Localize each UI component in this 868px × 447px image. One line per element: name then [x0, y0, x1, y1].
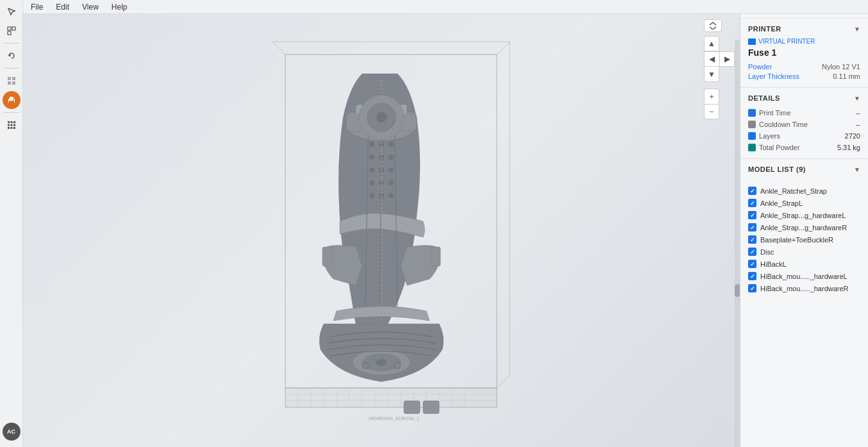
model-checkbox[interactable]	[748, 260, 756, 268]
print-time-row: Print Time --	[748, 107, 860, 119]
viewport-wrapper: SNOWBOARD_BINDING_L ▲ ◀ ▶ ▼ + −	[23, 14, 740, 447]
powder-label: Powder	[748, 63, 772, 71]
model-name: Disc	[760, 248, 774, 256]
layer-thickness-label: Layer Thickness	[748, 72, 799, 80]
rotate-tool-btn[interactable]	[3, 47, 21, 65]
select-tool-btn[interactable]	[3, 3, 21, 21]
menu-file[interactable]: File	[28, 3, 46, 12]
svg-rect-22	[285, 388, 497, 407]
pan-controls: ▲ ◀ ▶ ▼	[704, 36, 735, 82]
model-checkbox[interactable]	[748, 199, 756, 207]
model-name: HiBack_mou....._hardwareL	[760, 273, 847, 280]
svg-point-77	[376, 112, 387, 122]
layers-value: 2720	[845, 132, 860, 140]
model-list-item[interactable]: HiBack_mou....._hardwareL	[748, 270, 860, 282]
print-time-label: Print Time	[748, 109, 791, 117]
model-name: Ankle_Strap...g_hardwareR	[760, 224, 847, 232]
svg-rect-4	[8, 77, 11, 80]
model-checkbox[interactable]	[748, 235, 756, 244]
cooldown-time-value: --	[856, 121, 860, 128]
virtual-printer-label: VIRTUAL PRINTER	[748, 38, 860, 45]
user-avatar[interactable]: AC	[3, 423, 21, 441]
menu-view[interactable]: View	[79, 3, 101, 12]
svg-point-69	[394, 362, 401, 369]
pan-right-btn[interactable]: ▶	[719, 51, 735, 67]
menu-edit[interactable]: Edit	[53, 3, 72, 12]
expand-view-btn[interactable]	[704, 19, 722, 32]
svg-rect-18	[8, 127, 10, 129]
svg-point-50	[369, 142, 374, 147]
model-name: Ankle_Ratchet_Strap	[760, 187, 827, 195]
menu-bar: File Edit View Help	[23, 0, 868, 14]
left-toolbar: AC	[0, 0, 23, 447]
model-checkbox[interactable]	[748, 248, 756, 256]
model-list-item[interactable]: Ankle_Strap...g_hardwareR	[748, 221, 860, 233]
3d-object-view: SNOWBOARD_BINDING_L	[183, 35, 580, 426]
zoom-in-btn[interactable]: +	[704, 89, 719, 104]
model-checkbox[interactable]	[748, 284, 756, 292]
pan-down-btn[interactable]: ▼	[704, 67, 719, 82]
model-list-header: MODEL LIST (9) ▼	[748, 165, 860, 173]
model-checkbox[interactable]	[748, 187, 756, 195]
model-list: Ankle_Ratchet_StrapAnkle_StrapLAnkle_Str…	[740, 181, 868, 447]
svg-rect-9	[10, 97, 13, 99]
model-checkbox[interactable]	[748, 211, 756, 219]
toolbar-separator-2	[4, 68, 19, 69]
model-list-item[interactable]: Baseplate+ToeBuckleR	[748, 233, 860, 246]
svg-rect-13	[10, 121, 12, 123]
zoom-controls: + −	[704, 86, 735, 119]
printer-icon	[748, 38, 756, 45]
total-powder-label: Total Powder	[748, 144, 800, 151]
printer-section-header: PRINTER ▼	[748, 25, 860, 33]
model-list-item[interactable]: Disc	[748, 246, 860, 258]
svg-rect-70	[322, 247, 332, 266]
menu-help[interactable]: Help	[109, 3, 130, 12]
print-tool-btn[interactable]	[3, 91, 21, 109]
svg-line-40	[497, 42, 510, 55]
3d-viewport[interactable]: SNOWBOARD_BINDING_L ▲ ◀ ▶ ▼ + −	[23, 14, 740, 447]
model-name: Ankle_Strap...g_hardwareL	[760, 212, 846, 219]
total-powder-row: Total Powder 5.31 kg	[748, 142, 860, 153]
svg-point-58	[388, 167, 394, 173]
details-section-title: DETAILS	[748, 94, 780, 102]
model-list-item[interactable]: Ankle_Ratchet_Strap	[748, 185, 860, 197]
model-list-item[interactable]: HiBack_mou....._hardwareR	[748, 282, 860, 294]
model-list-item[interactable]: HiBackL	[748, 258, 860, 270]
model-name: HiBackL	[760, 260, 787, 268]
toolbar-separator-1	[4, 43, 19, 44]
pan-up-btn[interactable]: ▲	[704, 36, 719, 51]
model-list-chevron[interactable]: ▼	[854, 166, 860, 173]
layer-thickness-value: 0.11 mm	[833, 72, 860, 80]
printer-section: PRINTER ▼ VIRTUAL PRINTER Fuse 1 Powder …	[740, 19, 868, 88]
print-time-value: --	[856, 109, 860, 117]
layers-label: Layers	[748, 132, 780, 140]
scroll-thumb[interactable]	[735, 284, 740, 297]
model-list-item[interactable]: Ankle_StrapL	[748, 197, 860, 209]
grid-select-tool-btn[interactable]	[3, 22, 21, 40]
model-list-item[interactable]: Ankle_Strap...g_hardwareL	[748, 209, 860, 221]
pan-lr-row: ◀ ▶	[704, 51, 735, 67]
cooldown-time-label: Cooldown Time	[748, 121, 808, 128]
cooldown-time-row: Cooldown Time --	[748, 119, 860, 130]
printer-chevron[interactable]: ▼	[854, 26, 860, 33]
model-name: Baseplate+ToeBuckleR	[760, 236, 833, 244]
svg-rect-20	[13, 127, 15, 129]
arrange-tool-btn[interactable]	[3, 72, 21, 90]
details-chevron[interactable]: ▼	[854, 95, 860, 102]
svg-rect-15	[8, 124, 10, 126]
svg-rect-6	[8, 81, 11, 85]
toolbar-separator-3	[4, 112, 19, 113]
svg-point-59	[369, 180, 374, 185]
pan-left-btn[interactable]: ◀	[704, 51, 719, 67]
right-panel: JOB INFO PRINTER ▼ VIRTUAL PRINTER Fuse …	[740, 0, 868, 447]
model-checkbox[interactable]	[748, 272, 756, 280]
svg-point-61	[388, 180, 394, 185]
cooldown-time-icon	[748, 121, 756, 128]
zoom-out-btn[interactable]: −	[704, 104, 719, 119]
model-list-section-header: MODEL LIST (9) ▼	[740, 159, 868, 181]
grid-view-btn[interactable]	[3, 116, 21, 134]
svg-rect-2	[8, 31, 11, 35]
svg-rect-71	[431, 247, 440, 266]
svg-point-62	[369, 193, 374, 198]
model-checkbox[interactable]	[748, 223, 756, 232]
